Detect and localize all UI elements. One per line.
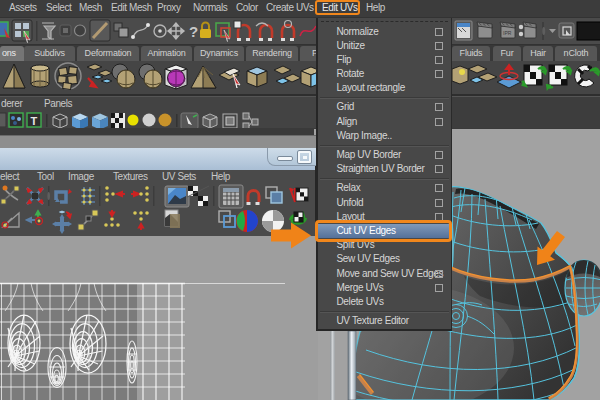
svg-text:IPR: IPR (503, 30, 512, 36)
svg-text:T: T (31, 115, 38, 127)
svg-text:?: ? (189, 23, 198, 40)
